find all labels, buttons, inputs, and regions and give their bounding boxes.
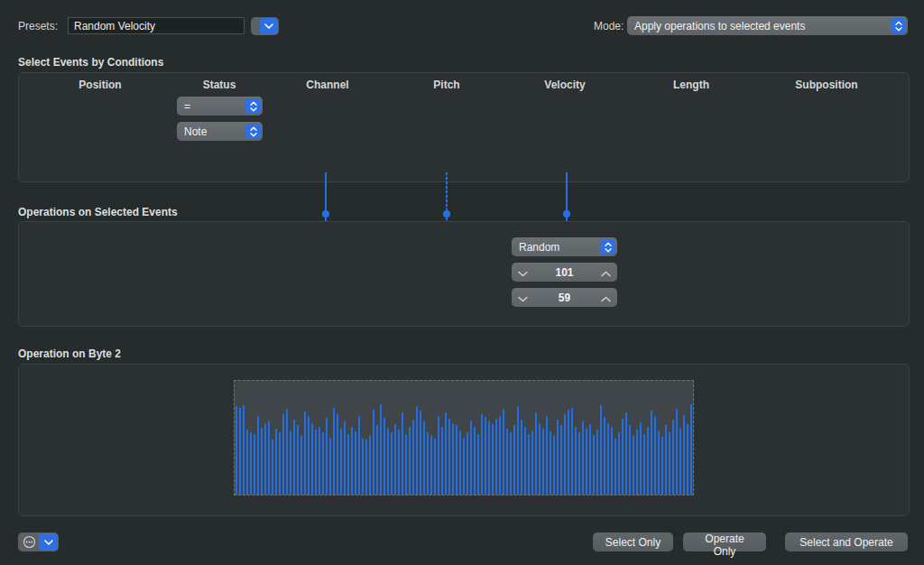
column-header-position: Position <box>79 79 121 91</box>
ellipsis-circle-icon <box>18 533 40 551</box>
velocity-bar <box>550 431 551 495</box>
up-down-chevron-icon <box>245 124 261 139</box>
up-down-chevron-icon <box>245 98 261 114</box>
velocity-bar <box>282 414 284 495</box>
action-menu-button[interactable] <box>18 533 59 551</box>
velocity-bar <box>672 420 674 495</box>
velocity-bar <box>510 432 512 495</box>
velocity-bar <box>542 429 544 495</box>
velocity-bar <box>236 406 237 495</box>
velocity-bar <box>430 436 432 495</box>
velocity-bar <box>679 429 681 495</box>
random-max-value: 101 <box>555 266 573 279</box>
stepper-increment-icon[interactable] <box>601 290 611 306</box>
velocity-histogram[interactable] <box>234 380 694 496</box>
velocity-bar <box>589 424 591 495</box>
status-operator-value: = <box>184 100 190 113</box>
channel-connector-dot[interactable] <box>322 210 329 218</box>
velocity-bar <box>358 416 360 495</box>
status-operator-popup[interactable]: = <box>177 97 263 116</box>
velocity-bar <box>495 419 497 495</box>
stepper-decrement-icon[interactable] <box>518 290 528 306</box>
velocity-bar <box>409 427 411 495</box>
velocity-bar <box>618 432 620 495</box>
velocity-bar <box>279 432 281 495</box>
velocity-bar <box>243 405 245 495</box>
stepper-increment-icon[interactable] <box>601 264 611 281</box>
mode-popup[interactable]: Apply operations to selected events <box>627 16 908 35</box>
random-min-stepper[interactable]: 59 <box>512 288 617 307</box>
conditions-section-title: Select Events by Conditions <box>18 56 163 69</box>
velocity-bar <box>521 420 522 495</box>
velocity-bar <box>643 434 645 495</box>
velocity-bar <box>467 432 468 495</box>
velocity-bar <box>485 417 486 495</box>
mode-popup-value: Apply operations to selected events <box>634 20 805 32</box>
velocity-bar <box>687 424 688 495</box>
velocity-bar <box>564 414 566 495</box>
status-value-popup[interactable]: Note <box>177 122 263 141</box>
velocity-bar <box>553 436 555 495</box>
column-header-channel: Channel <box>306 79 348 91</box>
stepper-decrement-icon[interactable] <box>518 264 528 281</box>
presets-label: Presets: <box>18 20 58 32</box>
velocity-bar <box>441 427 443 495</box>
velocity-bar <box>513 425 515 495</box>
velocity-bar <box>434 439 436 496</box>
status-value: Note <box>184 125 207 138</box>
velocity-bar <box>340 429 342 495</box>
select-and-operate-button[interactable]: Select and Operate <box>785 533 908 551</box>
presets-menu-button[interactable] <box>251 17 279 35</box>
velocity-bar <box>571 408 573 495</box>
velocity-bar <box>264 423 266 495</box>
velocity-bar <box>517 406 519 495</box>
mode-label: Mode: <box>594 20 624 32</box>
byte2-section-title: Operation on Byte 2 <box>18 347 121 360</box>
select-only-button[interactable]: Select Only <box>593 533 673 551</box>
velocity-bar <box>665 425 667 495</box>
velocity-bar <box>365 440 367 495</box>
velocity-bar <box>373 410 374 495</box>
velocity-bar <box>596 430 598 495</box>
conditions-box <box>18 72 910 182</box>
velocity-bar <box>333 408 335 495</box>
velocity-bar <box>416 406 418 495</box>
velocity-bar <box>661 437 663 495</box>
velocity-bar <box>394 424 396 495</box>
velocity-bar <box>402 412 403 495</box>
velocity-bar <box>477 434 479 495</box>
velocity-bar <box>257 416 259 495</box>
velocity-bar <box>250 432 252 495</box>
velocity-bar <box>387 429 389 495</box>
velocity-bar <box>611 427 613 495</box>
velocity-bar <box>546 416 548 495</box>
velocity-bar <box>683 415 685 495</box>
velocity-bar <box>669 432 670 495</box>
velocity-bar <box>586 429 587 495</box>
presets-input[interactable] <box>68 17 245 34</box>
velocity-bar <box>329 438 331 495</box>
random-min-value: 59 <box>559 292 570 304</box>
random-max-stepper[interactable]: 101 <box>512 263 617 282</box>
column-header-status: Status <box>203 79 236 91</box>
velocity-bar <box>488 421 490 495</box>
velocity-bar <box>535 412 537 495</box>
velocity-bar <box>625 412 627 495</box>
velocity-bar <box>254 434 255 495</box>
column-header-velocity: Velocity <box>544 79 585 91</box>
velocity-operation-popup[interactable]: Random <box>512 237 617 256</box>
velocity-bar <box>420 411 421 495</box>
velocity-bar <box>654 416 656 495</box>
chevron-down-icon <box>260 18 278 34</box>
velocity-bar <box>593 435 595 495</box>
column-header-subposition: Subposition <box>795 79 857 91</box>
velocity-bar <box>272 440 273 496</box>
velocity-connector-dot[interactable] <box>563 210 570 218</box>
pitch-connector-dot[interactable] <box>443 210 450 218</box>
velocity-bar <box>391 432 393 495</box>
velocity-bar <box>355 431 356 495</box>
velocity-bar <box>528 434 530 495</box>
operate-only-button[interactable]: Operate Only <box>683 533 766 551</box>
velocity-bar <box>383 418 385 495</box>
velocity-bar <box>311 423 313 495</box>
